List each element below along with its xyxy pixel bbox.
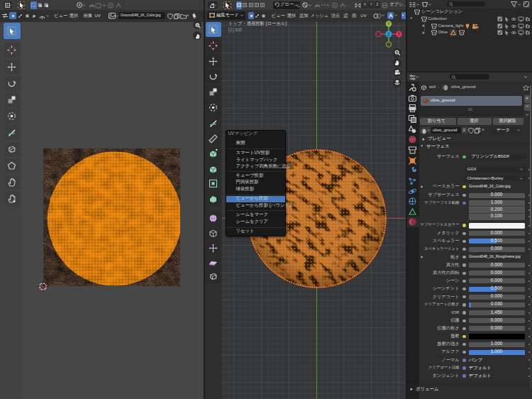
svg-text:Z: Z — [387, 32, 391, 37]
svg-text:X: X — [397, 31, 401, 36]
svg-text:Y: Y — [387, 21, 391, 26]
